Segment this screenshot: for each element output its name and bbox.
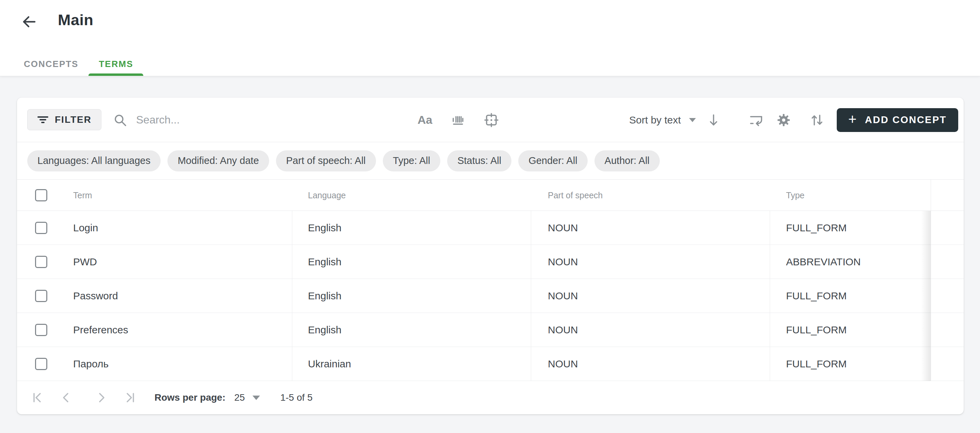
table-header: Term Language Part of speech Type <box>17 179 964 211</box>
caret-down-icon <box>689 118 696 122</box>
row-checkbox[interactable] <box>35 222 47 234</box>
cell-type: FULL_FORM <box>786 324 846 336</box>
toolbar: FILTER Aa <box>17 98 964 142</box>
cell-language: English <box>308 256 341 268</box>
row-checkbox[interactable] <box>35 290 47 302</box>
tab-concepts[interactable]: CONCEPTS <box>14 52 89 76</box>
chip-part-of-speech[interactable]: Part of speech: All <box>276 150 376 171</box>
table-row[interactable]: Login English NOUN FULL_FORM <box>17 211 964 245</box>
column-header-type: Type <box>786 190 804 200</box>
page-title: Main <box>58 11 94 29</box>
table-row[interactable]: Password English NOUN FULL_FORM <box>17 279 964 313</box>
chip-status[interactable]: Status: All <box>447 150 511 171</box>
last-page-button[interactable] <box>122 390 137 405</box>
app-bar: Main CONCEPTS TERMS <box>0 0 980 76</box>
pagination-bar: Rows per page: 25 1-5 of 5 <box>17 381 964 414</box>
rows-per-page-caret-icon[interactable] <box>253 396 260 400</box>
next-page-button[interactable] <box>94 390 109 405</box>
pinned-column-shadow <box>921 211 931 381</box>
filter-button[interactable]: FILTER <box>27 109 102 130</box>
filter-icon <box>37 115 49 125</box>
pinned-column-divider <box>931 179 931 381</box>
filter-chip-row: Languages: All languages Modified: Any d… <box>17 142 964 179</box>
select-all-checkbox[interactable] <box>35 189 47 201</box>
cell-language: English <box>308 324 341 336</box>
sort-direction-icon[interactable] <box>706 113 721 128</box>
column-divider <box>292 211 292 381</box>
gear-icon[interactable] <box>776 113 791 128</box>
back-button[interactable] <box>21 13 38 31</box>
add-concept-label: ADD CONCEPT <box>865 114 947 125</box>
plus-icon: + <box>848 112 858 127</box>
rows-per-page-label: Rows per page: <box>154 392 225 403</box>
previous-page-button[interactable] <box>59 390 73 405</box>
row-checkbox[interactable] <box>35 324 47 336</box>
import-export-icon[interactable] <box>810 113 824 128</box>
whole-word-icon[interactable] <box>450 113 466 128</box>
sort-select-value: Sort by text <box>629 114 681 126</box>
add-concept-button[interactable]: + ADD CONCEPT <box>837 108 958 132</box>
chip-type[interactable]: Type: All <box>383 150 441 171</box>
chevron-left-icon <box>59 390 73 405</box>
cell-term: Пароль <box>73 358 108 370</box>
search-input[interactable] <box>136 114 354 126</box>
cell-term: Password <box>73 290 118 302</box>
arrow-left-icon <box>21 13 38 31</box>
cell-language: Ukrainian <box>308 358 351 370</box>
column-header-term: Term <box>73 190 92 200</box>
chip-languages[interactable]: Languages: All languages <box>27 150 161 171</box>
cell-type: FULL_FORM <box>786 290 846 302</box>
toolbar-right: Sort by text <box>629 98 958 142</box>
select-area-icon[interactable] <box>484 113 499 128</box>
first-page-button[interactable] <box>30 390 46 405</box>
cell-term: Login <box>73 222 98 234</box>
cell-part-of-speech: NOUN <box>548 222 578 234</box>
row-checkbox[interactable] <box>35 256 47 268</box>
cell-type: ABBREVIATION <box>786 256 861 268</box>
cell-part-of-speech: NOUN <box>548 290 578 302</box>
table-row[interactable]: Пароль Ukrainian NOUN FULL_FORM <box>17 347 964 381</box>
cell-language: English <box>308 222 341 234</box>
column-header-language: Language <box>308 190 346 200</box>
chip-modified[interactable]: Modified: Any date <box>167 150 269 171</box>
cell-term: PWD <box>73 256 97 268</box>
column-divider <box>770 211 770 381</box>
table-row[interactable]: Preferences English NOUN FULL_FORM <box>17 313 964 347</box>
chevron-bar-left-icon <box>30 390 46 405</box>
cell-term: Preferences <box>73 324 128 336</box>
column-header-part-of-speech: Part of speech <box>548 190 603 200</box>
search-icon <box>113 113 127 127</box>
cell-part-of-speech: NOUN <box>548 358 578 370</box>
terms-panel: FILTER Aa <box>17 98 964 414</box>
row-checkbox[interactable] <box>35 358 47 370</box>
chip-author[interactable]: Author: All <box>595 150 660 171</box>
filter-button-label: FILTER <box>55 114 92 125</box>
chevron-bar-right-icon <box>122 390 137 405</box>
pagination-range: 1-5 of 5 <box>280 392 313 403</box>
cell-type: FULL_FORM <box>786 358 846 370</box>
chevron-right-icon <box>94 390 109 405</box>
tab-bar: CONCEPTS TERMS <box>14 52 143 76</box>
cell-language: English <box>308 290 341 302</box>
sort-select[interactable]: Sort by text <box>629 114 696 126</box>
cell-part-of-speech: NOUN <box>548 256 578 268</box>
rows-per-page-value[interactable]: 25 <box>234 392 245 403</box>
search-option-icons: Aa <box>417 98 499 142</box>
table-body: Login English NOUN FULL_FORM PWD English… <box>17 211 964 381</box>
chip-gender[interactable]: Gender: All <box>518 150 587 171</box>
search-box <box>113 98 354 142</box>
table-row[interactable]: PWD English NOUN ABBREVIATION <box>17 245 964 279</box>
wrap-text-icon[interactable] <box>748 113 763 128</box>
match-case-icon[interactable]: Aa <box>417 113 432 127</box>
cell-part-of-speech: NOUN <box>548 324 578 336</box>
tab-terms[interactable]: TERMS <box>89 52 143 76</box>
cell-type: FULL_FORM <box>786 222 846 234</box>
column-divider <box>531 211 531 381</box>
